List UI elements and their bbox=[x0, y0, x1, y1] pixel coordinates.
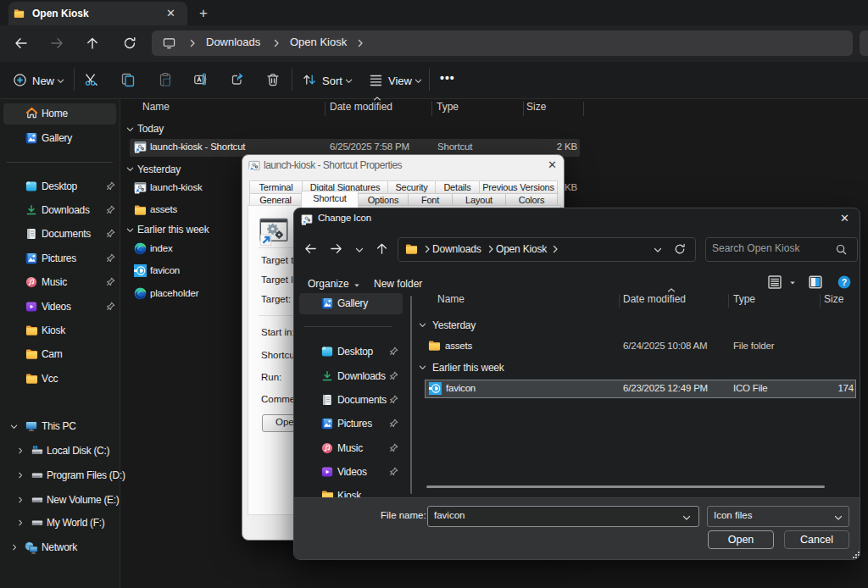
svg-text:?: ? bbox=[842, 277, 847, 287]
